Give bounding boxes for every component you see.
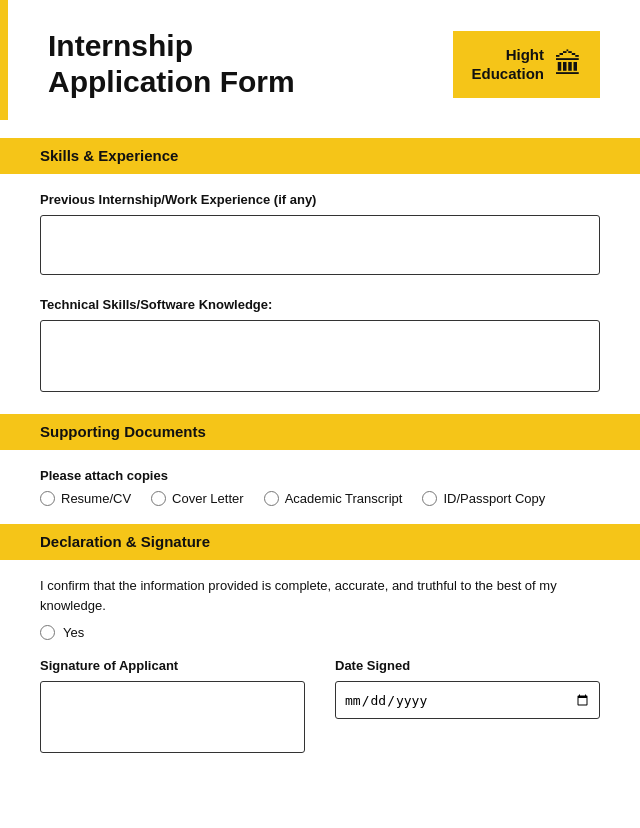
id-label: ID/Passport Copy (443, 491, 545, 506)
attach-group: Please attach copies Resume/CV Cover Let… (40, 468, 600, 506)
tech-skills-input[interactable] (40, 320, 600, 392)
resume-radio[interactable] (40, 491, 55, 506)
building-icon: 🏛 (554, 48, 582, 81)
work-experience-group: Previous Internship/Work Experience (if … (40, 192, 600, 279)
logo-text-line1: Hight (471, 45, 544, 65)
signature-block: Signature of Applicant (40, 658, 305, 753)
documents-section-label: Supporting Documents (40, 423, 206, 440)
page-title: Internship Application Form (48, 28, 295, 100)
declaration-section-label: Declaration & Signature (40, 533, 210, 550)
declaration-section-header: Declaration & Signature (0, 524, 640, 560)
logo-box: Hight Education 🏛 (453, 31, 600, 98)
yes-radio[interactable] (40, 625, 55, 640)
bottom-spacer (0, 753, 640, 783)
tech-skills-group: Technical Skills/Software Knowledge: (40, 297, 600, 396)
date-signed-input[interactable] (335, 681, 600, 719)
work-experience-label: Previous Internship/Work Experience (if … (40, 192, 600, 207)
title-line1: Internship (48, 29, 193, 62)
resume-label: Resume/CV (61, 491, 131, 506)
cover-letter-option[interactable]: Cover Letter (151, 491, 244, 506)
declaration-text: I confirm that the information provided … (40, 576, 600, 615)
page: Internship Application Form Hight Educat… (0, 0, 640, 828)
cover-letter-radio[interactable] (151, 491, 166, 506)
documents-form-content: Please attach copies Resume/CV Cover Let… (0, 468, 640, 506)
transcript-radio[interactable] (264, 491, 279, 506)
work-experience-input[interactable] (40, 215, 600, 275)
signature-label: Signature of Applicant (40, 658, 305, 673)
title-line2: Application Form (48, 65, 295, 98)
transcript-option[interactable]: Academic Transcript (264, 491, 403, 506)
logo-text: Hight Education (471, 45, 544, 84)
header: Internship Application Form Hight Educat… (0, 0, 640, 120)
id-radio[interactable] (422, 491, 437, 506)
resume-option[interactable]: Resume/CV (40, 491, 131, 506)
id-option[interactable]: ID/Passport Copy (422, 491, 545, 506)
logo-text-line2: Education (471, 64, 544, 84)
document-options: Resume/CV Cover Letter Academic Transcri… (40, 491, 600, 506)
transcript-label: Academic Transcript (285, 491, 403, 506)
yes-label: Yes (63, 625, 84, 640)
attach-label: Please attach copies (40, 468, 600, 483)
skills-form-content: Previous Internship/Work Experience (if … (0, 192, 640, 396)
skills-section-label: Skills & Experience (40, 147, 178, 164)
date-signed-label: Date Signed (335, 658, 600, 673)
declaration-form-content: I confirm that the information provided … (0, 576, 640, 753)
tech-skills-label: Technical Skills/Software Knowledge: (40, 297, 600, 312)
date-block: Date Signed (335, 658, 600, 719)
signature-date-row: Signature of Applicant Date Signed (40, 658, 600, 753)
cover-letter-label: Cover Letter (172, 491, 244, 506)
signature-input[interactable] (40, 681, 305, 753)
skills-section-header: Skills & Experience (0, 138, 640, 174)
documents-section-header: Supporting Documents (0, 414, 640, 450)
yes-row: Yes (40, 625, 600, 640)
